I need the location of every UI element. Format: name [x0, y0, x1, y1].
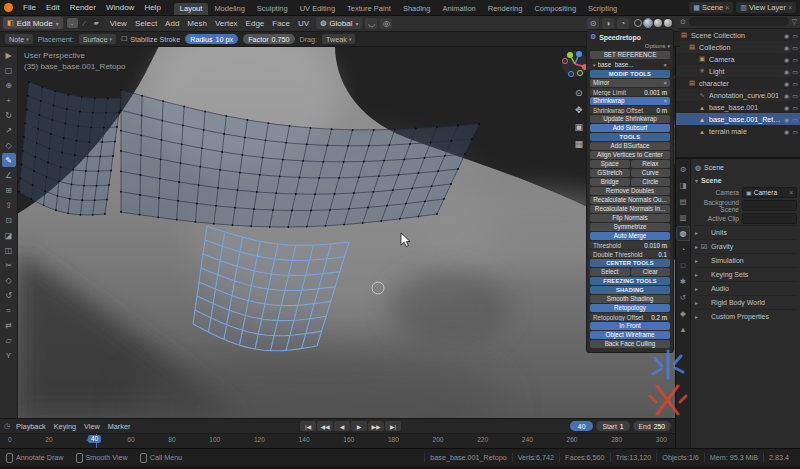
hide-in-viewport-icon[interactable]: ◉ [784, 128, 789, 135]
tab-view-layer[interactable]: ▥ [677, 211, 689, 224]
toggle-ortho-icon[interactable]: ▦ [574, 139, 583, 149]
panel-button[interactable]: Space [590, 160, 630, 168]
workspace-tab[interactable]: Sculpting [251, 3, 294, 15]
viewport-menu-item[interactable]: Face [268, 19, 294, 28]
select-box-tool[interactable]: ▢ [2, 63, 16, 77]
outliner-row[interactable]: ∿ Annotation_curve.001 ◉ ▭ [676, 89, 800, 101]
panel-button[interactable]: Back Face Culling [590, 340, 670, 348]
properties-section[interactable]: ▸ ☑ Gravity [695, 239, 797, 253]
workspace-tab[interactable]: Rendering [482, 3, 529, 15]
timeline-menu-item[interactable]: Playback [12, 422, 50, 431]
transform-orientation-selector[interactable]: ◍ Global ▾ [316, 17, 362, 29]
editor-type-icon[interactable]: ◷ [4, 422, 10, 430]
add-cube-tool[interactable]: ⊞ [2, 183, 16, 197]
panel-button[interactable]: Smooth Shading [590, 295, 670, 303]
xray-toggle-icon[interactable]: ◔ [617, 18, 629, 29]
modifier-row[interactable]: Shrinkwrap × [590, 97, 670, 105]
panel-toggle-button[interactable]: In Front [590, 322, 670, 330]
expand-arrow-icon[interactable]: ▸ [695, 271, 698, 278]
panel-button[interactable]: Add BSurface [590, 142, 670, 150]
tab-world[interactable]: ◔ [677, 243, 689, 256]
disable-in-viewport-icon[interactable]: ▭ [792, 116, 798, 123]
measure-tool[interactable]: ∠ [2, 168, 16, 182]
object-name[interactable]: Scene Collection [691, 31, 781, 40]
viewport-menu-item[interactable]: Mesh [183, 19, 211, 28]
object-name[interactable]: Collection [699, 43, 781, 52]
spin-tool[interactable]: ↺ [2, 288, 16, 302]
active-clip-input[interactable] [742, 213, 797, 224]
properties-section[interactable]: ▸ Audio [695, 281, 797, 295]
tab-scene[interactable]: ◍ [677, 227, 689, 240]
reference-object-dropdown[interactable]: ▾ base_base... × [590, 60, 670, 69]
blender-logo-icon[interactable] [4, 3, 13, 12]
hide-in-viewport-icon[interactable]: ◉ [784, 32, 789, 39]
cursor-tool[interactable]: ⊕ [2, 78, 16, 92]
panel-button[interactable]: Relax [631, 160, 671, 168]
workspace-tab[interactable]: Shading [397, 3, 437, 15]
properties-section[interactable]: ▸ Rigid Body World [695, 295, 797, 309]
properties-section[interactable]: ▸ Units [695, 225, 797, 239]
current-frame-field[interactable]: 40 [570, 421, 594, 431]
bevel-tool[interactable]: ◪ [2, 228, 16, 242]
proportional-editing-icon[interactable]: ◎ [380, 18, 392, 29]
tweak-tool[interactable]: ▶ [2, 48, 16, 62]
outliner-row[interactable]: ✳ Light ◉ ▭ [676, 65, 800, 77]
navigation-gizmo[interactable] [562, 51, 588, 77]
workspace-tab[interactable]: Modeling [208, 3, 250, 15]
viewport-menu-item[interactable]: Select [131, 19, 161, 28]
end-frame-field[interactable]: End 250 [633, 421, 671, 431]
shear-tool[interactable]: ▱ [2, 333, 16, 347]
panel-toggle-button[interactable]: Object Wireframe [590, 331, 670, 339]
drag-action-selector[interactable]: Tweak ▾ [322, 34, 355, 44]
workspace-tab[interactable]: Scripting [582, 3, 623, 15]
panel-button[interactable]: SET REFERENCE [590, 51, 670, 59]
options-dropdown[interactable]: Options ▾ [590, 42, 670, 50]
disable-in-viewport-icon[interactable]: ▭ [792, 104, 798, 111]
properties-section[interactable]: ▸ Custom Properties [695, 309, 797, 323]
timeline-menu-item[interactable]: View [80, 422, 104, 431]
object-name[interactable]: character [699, 79, 781, 88]
panel-section-header[interactable]: TOOLS [590, 133, 670, 141]
panel-button[interactable]: Recalculate Normals Ou... [590, 196, 670, 204]
menu-item[interactable]: Window [101, 3, 139, 12]
panel-section-header[interactable]: FREEZING TOOLS [590, 277, 670, 285]
edge-select-button[interactable]: ∕ [79, 18, 90, 28]
search-icon[interactable]: ⊙ [680, 18, 686, 26]
disable-in-viewport-icon[interactable]: ▭ [792, 32, 798, 39]
loop-cut-tool[interactable]: ◫ [2, 243, 16, 257]
object-name[interactable]: Camera [709, 55, 781, 64]
tab-render[interactable]: ◨ [677, 179, 689, 192]
hide-in-viewport-icon[interactable]: ◉ [784, 68, 789, 75]
wireframe-shading-button[interactable] [634, 19, 642, 27]
panel-button[interactable]: Bridge [590, 178, 630, 186]
panel-button[interactable]: Recalculate Normals In... [590, 205, 670, 213]
placement-selector[interactable]: Surface ▾ [79, 34, 116, 44]
rotate-tool[interactable]: ↻ [2, 108, 16, 122]
rendered-shading-button[interactable] [664, 19, 672, 27]
viewport-menu-item[interactable]: UV [294, 19, 313, 28]
viewport-menu-item[interactable]: Edge [242, 19, 269, 28]
outliner-row[interactable]: ▲ terrain male ◉ ▭ [676, 125, 800, 137]
tab-tool[interactable]: ⚙ [677, 163, 689, 176]
hide-in-viewport-icon[interactable]: ◉ [784, 92, 789, 99]
extrude-tool[interactable]: ⇧ [2, 198, 16, 212]
panel-toggle-button[interactable]: Retopology [590, 304, 670, 312]
scene-section-header[interactable]: ▾ Scene [695, 174, 797, 186]
factor-slider[interactable]: Factor 0.750 [243, 34, 294, 44]
outliner-search-input[interactable] [689, 17, 789, 26]
outliner-row[interactable]: ▤ Scene Collection ◉ ▭ [676, 29, 800, 41]
expand-arrow-icon[interactable]: ▸ [695, 229, 698, 236]
solid-shading-button[interactable] [644, 19, 652, 27]
workspace-tab[interactable]: Compositing [528, 3, 582, 15]
viewport-menu-item[interactable]: Add [161, 19, 183, 28]
disable-in-viewport-icon[interactable]: ▭ [792, 44, 798, 51]
timeline-ruler[interactable]: 0204060801001201401601802002202402602803… [0, 433, 675, 449]
prev-keyframe-button[interactable]: ◀◀ [317, 421, 333, 431]
smooth-tool[interactable]: ≈ [2, 303, 16, 317]
workspace-tab[interactable]: Layout [174, 3, 209, 15]
hide-in-viewport-icon[interactable]: ◉ [784, 104, 789, 111]
panel-section-header[interactable]: MODIF TOOLS [590, 70, 670, 78]
unlink-icon[interactable]: × [788, 4, 792, 11]
expand-arrow-icon[interactable]: ▸ [695, 243, 698, 250]
panel-section-header[interactable]: SHADING [590, 286, 670, 294]
